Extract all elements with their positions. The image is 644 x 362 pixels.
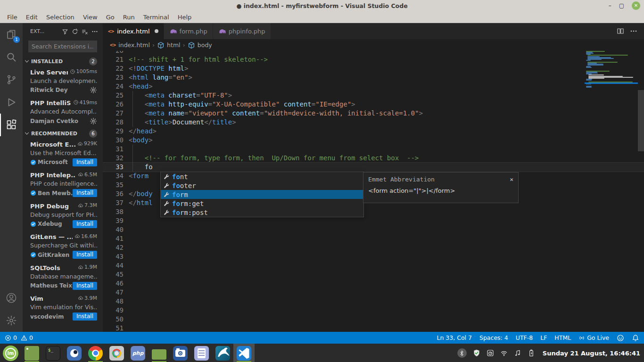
minimize-button[interactable]: – — [609, 3, 611, 8]
filter-icon[interactable] — [62, 28, 68, 35]
taskbar-vscode-icon[interactable] — [233, 344, 255, 362]
menu-item-go[interactable]: Go — [102, 13, 119, 22]
install-button[interactable]: Install — [73, 251, 97, 259]
encoding-setting[interactable]: UTF-8 — [516, 334, 533, 341]
code-line-41[interactable]: 41 — [103, 234, 644, 243]
problems-errors[interactable]: 0 0 — [5, 334, 33, 341]
code-line-49[interactable]: 49 — [103, 306, 644, 315]
code-line-33[interactable]: 33 fo — [103, 163, 644, 172]
code-line-22[interactable]: 22<!DOCTYPE html> — [103, 64, 644, 73]
line-number[interactable]: 20 — [103, 51, 124, 55]
code-line-46[interactable]: 46 — [103, 279, 644, 288]
install-button[interactable]: Install — [73, 158, 97, 166]
tab-index-html[interactable]: <>index.html — [103, 23, 164, 39]
code-line-51[interactable]: 51 — [103, 324, 644, 332]
line-number[interactable]: 23 — [103, 73, 124, 82]
battery-icon[interactable] — [528, 349, 535, 357]
menu-item-selection[interactable]: Selection — [42, 13, 79, 22]
line-number[interactable]: 48 — [103, 297, 124, 306]
wifi-icon[interactable] — [500, 349, 508, 357]
disk-monitor-icon[interactable] — [487, 349, 494, 357]
extension-microsoft-e[interactable]: Microsoft E...929KUse the Microsoft Ed..… — [23, 139, 103, 170]
split-editor-icon[interactable] — [617, 27, 624, 35]
line-number[interactable]: 43 — [103, 252, 124, 261]
indentation-setting[interactable]: Spaces: 4 — [479, 334, 508, 341]
code-line-27[interactable]: 27 <meta name="viewport" content="width=… — [103, 109, 644, 118]
menu-item-terminal[interactable]: Terminal — [139, 13, 173, 22]
menu-item-help[interactable]: Help — [173, 13, 196, 22]
suggestion-footer[interactable]: footer — [161, 181, 363, 190]
bluetooth-icon[interactable] — [457, 348, 467, 358]
taskbar-php-app-icon[interactable]: php — [127, 344, 149, 362]
code-line-40[interactable]: 40 — [103, 225, 644, 234]
extension-gitlens[interactable]: GitLens — ...16.6MSupercharge Git withi.… — [23, 231, 103, 263]
menu-item-file[interactable]: File — [3, 13, 22, 22]
taskbar-web-browser-icon[interactable] — [106, 344, 127, 362]
close-button[interactable]: ✕ — [632, 1, 640, 10]
code-line-44[interactable]: 44 — [103, 261, 644, 270]
extension-php-debug[interactable]: PHP Debug7.3MDebug support for PH...Xdeb… — [23, 200, 103, 231]
refresh-icon[interactable] — [72, 28, 78, 35]
line-number[interactable]: 47 — [103, 288, 124, 297]
menu-item-view[interactable]: View — [79, 13, 102, 22]
minimap[interactable] — [585, 51, 638, 112]
suggestion-form-post[interactable]: form:post — [161, 208, 363, 217]
more-actions-icon[interactable] — [91, 28, 98, 35]
manage-gear-icon[interactable] — [90, 117, 97, 125]
taskbar-clock[interactable]: Sunday 21 August, 16:46:41 — [543, 350, 640, 357]
eol-setting[interactable]: LF — [540, 334, 547, 341]
line-number[interactable]: 51 — [103, 324, 124, 332]
code-line-25[interactable]: 25 <meta charset="UTF-8"> — [103, 91, 644, 100]
install-button[interactable]: Install — [73, 282, 97, 290]
extensions-icon[interactable] — [0, 114, 23, 136]
account-icon[interactable] — [0, 287, 23, 309]
line-number[interactable]: 31 — [103, 145, 124, 154]
line-number[interactable]: 25 — [103, 91, 124, 100]
section-header-recommended[interactable]: RECOMMENDED6 — [23, 128, 103, 139]
line-number[interactable]: 22 — [103, 64, 124, 73]
code-line-43[interactable]: 43 — [103, 252, 644, 261]
line-number[interactable]: 34 — [103, 172, 124, 181]
feedback-icon[interactable] — [617, 334, 624, 342]
source-control-icon[interactable] — [0, 68, 23, 91]
line-number[interactable]: 38 — [103, 207, 124, 216]
editor-scrollbar[interactable] — [638, 90, 644, 151]
line-number[interactable]: 40 — [103, 225, 124, 234]
code-line-48[interactable]: 48 — [103, 297, 644, 306]
taskbar-image-viewer-icon[interactable] — [64, 344, 85, 362]
code-line-32[interactable]: 32 <!-- for form, type form, then Up/Dow… — [103, 154, 644, 163]
line-number[interactable]: 26 — [103, 100, 124, 109]
breadcrumb-item-html[interactable]: html — [167, 41, 180, 49]
maximize-button[interactable]: ▢ — [619, 3, 624, 8]
settings-gear-icon[interactable] — [0, 309, 23, 332]
cursor-position[interactable]: Ln 33, Col 7 — [437, 334, 472, 341]
line-number[interactable]: 35 — [103, 181, 124, 189]
line-number[interactable]: 30 — [103, 136, 124, 145]
extension-sqltools[interactable]: SQLTools1.9MDatabase manageme...Matheus … — [23, 262, 103, 293]
line-number[interactable]: 21 — [103, 55, 124, 64]
install-button[interactable]: Install — [73, 189, 97, 197]
code-line-24[interactable]: 24<head> — [103, 82, 644, 91]
shield-check-icon[interactable] — [473, 349, 480, 357]
code-line-21[interactable]: 21<!-- shift + 1 for html skeleton--> — [103, 55, 644, 64]
suggestion-form[interactable]: form — [161, 190, 363, 199]
taskbar-mint-menu-icon[interactable]: lm — [0, 344, 21, 362]
code-editor[interactable]: 2021<!-- shift + 1 for html skeleton-->2… — [103, 51, 644, 332]
line-number[interactable]: 39 — [103, 216, 124, 225]
install-button[interactable]: Install — [73, 220, 97, 228]
code-line-26[interactable]: 26 <meta http-equiv="X-UA-Compatible" co… — [103, 100, 644, 109]
line-number[interactable]: 46 — [103, 279, 124, 288]
taskbar-terminal-icon[interactable]: $_ — [42, 344, 64, 362]
code-line-20[interactable]: 20 — [103, 51, 644, 55]
tab-phpinfo-php[interactable]: phpinfo.php — [213, 23, 271, 39]
extension-live-server[interactable]: Live Server1005msLaunch a developmen...R… — [23, 66, 103, 98]
breadcrumb-item-body[interactable]: body — [198, 41, 212, 49]
line-number[interactable]: 33 — [103, 163, 124, 172]
code-line-42[interactable]: 42 — [103, 243, 644, 252]
line-number[interactable]: 29 — [103, 127, 124, 136]
line-number[interactable]: 42 — [103, 243, 124, 252]
taskbar-show-desktop-icon[interactable] — [21, 344, 42, 362]
language-mode[interactable]: HTML — [554, 334, 571, 341]
tab-form-php[interactable]: form.php — [164, 23, 213, 39]
menu-item-run[interactable]: Run — [119, 13, 139, 22]
